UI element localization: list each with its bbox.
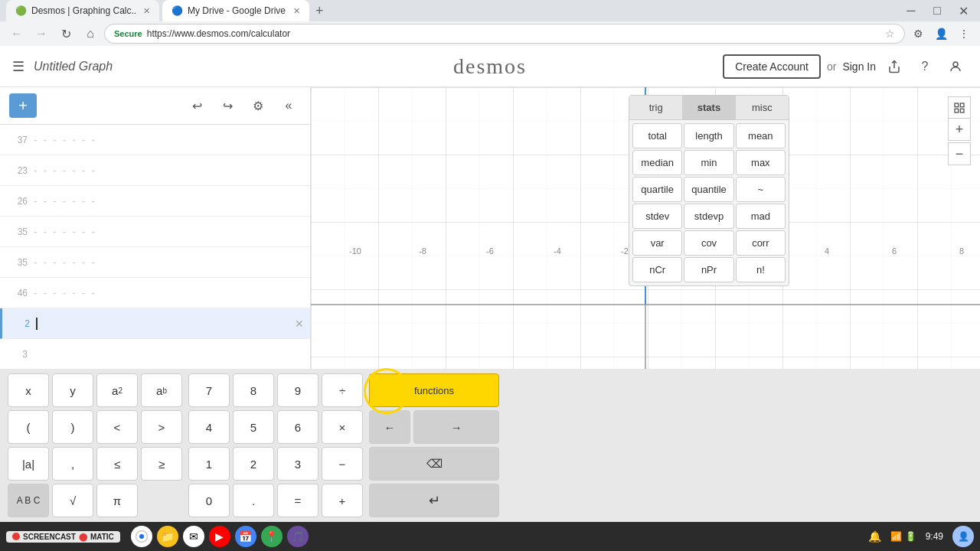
popup-btn-length[interactable]: length <box>684 123 733 148</box>
zoom-fit-button[interactable] <box>948 96 971 119</box>
undo-button[interactable]: ↩ <box>185 93 209 118</box>
key-left-arrow[interactable]: ← <box>369 410 410 444</box>
popup-btn-min[interactable]: min <box>684 150 733 175</box>
popup-btn-ncr[interactable]: nCr <box>632 257 682 282</box>
key-6[interactable]: 6 <box>277 410 318 444</box>
key-9[interactable]: 9 <box>277 373 318 407</box>
maximize-button[interactable]: □ <box>926 0 948 21</box>
tab-googledrive[interactable]: 🔵 My Drive - Google Drive ✕ <box>162 0 309 21</box>
key-comma[interactable]: , <box>52 447 93 481</box>
key-multiply[interactable]: × <box>322 410 363 444</box>
taskbar-icon-music[interactable]: 🎵 <box>287 526 309 547</box>
graph-settings-button[interactable]: ⚙ <box>246 93 270 118</box>
close-window-button[interactable]: ✕ <box>952 0 974 21</box>
minimize-button[interactable]: ─ <box>900 0 922 21</box>
key-sqrt[interactable]: √ <box>52 484 93 517</box>
key-abc[interactable]: A B C <box>8 484 49 517</box>
key-8[interactable]: 8 <box>233 373 274 407</box>
key-less-than[interactable]: < <box>96 410 138 444</box>
taskbar-icon-chrome[interactable] <box>131 526 152 547</box>
add-expression-button[interactable]: + <box>9 93 37 118</box>
tab-desmos[interactable]: 🟢 Desmos | Graphing Calc... ✕ <box>6 0 159 21</box>
taskbar-icon-files[interactable]: 📁 <box>157 526 178 547</box>
address-bar[interactable]: Secure https://www.desmos.com/calculator… <box>104 24 905 44</box>
popup-btn-total[interactable]: total <box>632 123 682 148</box>
popup-btn-tilde[interactable]: ~ <box>736 177 786 202</box>
key-minus[interactable]: − <box>322 447 363 481</box>
popup-btn-npr[interactable]: nPr <box>684 257 733 282</box>
expression-row-2[interactable]: 23 - - - - - - - <box>0 155 310 186</box>
key-enter[interactable]: ↵ <box>369 484 499 517</box>
tab-close-desmos[interactable]: ✕ <box>143 6 150 16</box>
key-open-paren[interactable]: ( <box>8 410 49 444</box>
expression-row-5[interactable]: 35 - - - - - - - <box>0 247 310 278</box>
expression-row-6[interactable]: 46 - - - - - - - <box>0 278 310 308</box>
key-a-b[interactable]: ab <box>141 373 182 407</box>
create-account-button[interactable]: Create Account <box>723 54 821 79</box>
taskbar-icon-calendar[interactable]: 📅 <box>235 526 256 547</box>
popup-tab-misc[interactable]: misc <box>736 96 789 119</box>
key-backspace[interactable]: ⌫ <box>369 447 499 481</box>
key-1[interactable]: 1 <box>188 447 230 481</box>
taskbar-notification-icon[interactable]: 🔔 <box>868 530 881 543</box>
close-expression-button[interactable]: ✕ <box>295 318 304 330</box>
popup-btn-cov[interactable]: cov <box>684 230 733 256</box>
popup-btn-factorial[interactable]: n! <box>736 257 786 282</box>
key-5[interactable]: 5 <box>233 410 274 444</box>
popup-btn-mad[interactable]: mad <box>736 204 786 229</box>
key-right-arrow[interactable]: → <box>413 410 499 444</box>
reload-button[interactable]: ↻ <box>55 23 77 44</box>
home-button[interactable]: ⌂ <box>80 23 101 44</box>
help-button[interactable]: ? <box>913 54 937 79</box>
functions-button[interactable]: functions <box>369 373 499 407</box>
tab-close-drive[interactable]: ✕ <box>293 6 300 16</box>
profile-button[interactable]: 👤 <box>931 24 951 44</box>
expression-row-4[interactable]: 35 - - - - - - - <box>0 217 310 247</box>
key-divide[interactable]: ÷ <box>322 373 363 407</box>
key-7[interactable]: 7 <box>188 373 230 407</box>
account-icon-button[interactable] <box>943 54 968 79</box>
menu-button[interactable]: ⋮ <box>954 24 974 44</box>
taskbar-icon-gmail[interactable]: ✉ <box>183 526 204 547</box>
collapse-sidebar-button[interactable]: « <box>276 93 301 118</box>
key-abs[interactable]: |a| <box>8 447 49 481</box>
popup-tab-stats[interactable]: stats <box>682 96 735 119</box>
key-geq[interactable]: ≥ <box>141 447 182 481</box>
popup-btn-median[interactable]: median <box>632 150 682 175</box>
sign-in-button[interactable]: Sign In <box>842 60 876 73</box>
expression-row-empty[interactable]: 3 <box>0 339 310 370</box>
forward-button[interactable]: → <box>31 23 52 44</box>
bookmark-icon[interactable]: ☆ <box>885 28 895 40</box>
popup-btn-corr[interactable]: corr <box>736 230 786 256</box>
key-decimal[interactable]: . <box>233 484 274 517</box>
key-2[interactable]: 2 <box>233 447 274 481</box>
key-equals[interactable]: = <box>277 484 318 517</box>
key-close-paren[interactable]: ) <box>52 410 93 444</box>
extensions-button[interactable]: ⚙ <box>908 24 928 44</box>
popup-btn-stdevp[interactable]: stdevp <box>684 204 733 229</box>
popup-btn-quartile[interactable]: quartile <box>632 177 682 202</box>
taskbar-avatar[interactable]: 👤 <box>952 526 974 547</box>
hamburger-menu-button[interactable]: ☰ <box>12 58 24 75</box>
share-button[interactable] <box>882 54 906 79</box>
taskbar-icon-youtube[interactable]: ▶ <box>209 526 230 547</box>
popup-btn-mean[interactable]: mean <box>736 123 786 148</box>
popup-btn-stdev[interactable]: stdev <box>632 204 682 229</box>
key-y[interactable]: y <box>52 373 93 407</box>
taskbar-icon-location[interactable]: 📍 <box>261 526 283 547</box>
redo-button[interactable]: ↪ <box>215 93 240 118</box>
key-3[interactable]: 3 <box>277 447 318 481</box>
expression-row-1[interactable]: 37 - - - - - - - <box>0 125 310 155</box>
popup-btn-var[interactable]: var <box>632 230 682 256</box>
zoom-out-button[interactable]: − <box>948 142 971 165</box>
key-x[interactable]: x <box>8 373 49 407</box>
key-greater-than[interactable]: > <box>141 410 182 444</box>
popup-btn-max[interactable]: max <box>736 150 786 175</box>
key-a-squared[interactable]: a2 <box>96 373 138 407</box>
popup-tab-trig[interactable]: trig <box>629 96 682 119</box>
key-4[interactable]: 4 <box>188 410 230 444</box>
new-tab-button[interactable]: + <box>315 3 324 19</box>
back-button[interactable]: ← <box>6 23 28 44</box>
zoom-in-button[interactable]: + <box>948 118 971 141</box>
key-0[interactable]: 0 <box>188 484 230 517</box>
